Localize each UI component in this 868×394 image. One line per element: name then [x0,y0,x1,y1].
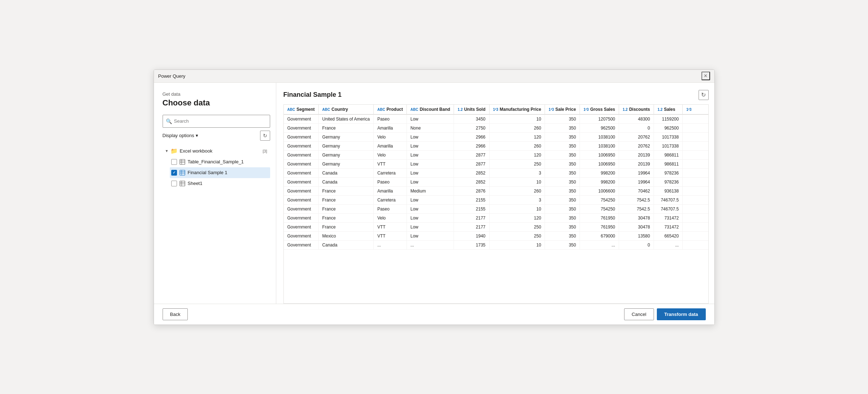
preview-refresh-button[interactable]: ↻ [699,90,709,100]
table-cell: 350 [545,150,580,159]
table-cell: 250 [489,231,545,240]
preview-header: Financial Sample 1 ↻ [283,90,709,100]
tree-label-sheet1: Sheet1 [188,181,269,186]
tree-item-excel-workbook[interactable]: ▼ 📁 Excel workbook [3] [163,146,270,157]
tree-item-table-financial[interactable]: Table_Financial_Sample_1 [170,157,270,167]
table-cell: 70462 [619,186,654,195]
table-row: GovernmentUnited States of AmericaPaseoL… [284,114,709,124]
close-button[interactable]: × [701,72,710,80]
table-cell: 260 [489,186,545,195]
tree-item-financial-sample-1[interactable]: Financial Sample 1 [170,167,270,178]
search-icon: 🔍 [166,118,172,124]
sidebar: Get data Choose data 🔍 Display options ▾… [154,83,276,304]
table-cell: 754250 [580,204,619,213]
table-cell: Germany [318,141,373,150]
table-cell: 761950 [580,222,619,231]
table-cell: 10 [489,204,545,213]
table-cell: 48300 [619,114,654,124]
col-header-mfg-price: 1²3Manufacturing Price [489,105,545,114]
display-options-row: Display options ▾ ↻ [163,131,270,141]
checkbox-sheet1[interactable] [171,181,177,186]
table-cell [682,150,708,159]
table-cell [682,177,708,186]
table-cell: Amarilla [373,141,406,150]
table-cell: Government [284,222,319,231]
table-cell: 10 [489,114,545,124]
table-cell: Government [284,132,319,141]
table-cell: VTT [373,231,406,240]
table-cell: 13580 [619,231,654,240]
table-cell: Low [406,141,454,150]
table-cell: 679000 [580,231,619,240]
cancel-button[interactable]: Cancel [624,308,654,320]
checkbox-financial-sample-1[interactable] [171,170,177,176]
table-cell: 2877 [454,150,489,159]
table-cell: Low [406,231,454,240]
table-icon-financial [179,159,186,165]
table-row: GovernmentCanadaPaseoLow2852103509982001… [284,177,709,186]
table-cell: Low [406,132,454,141]
refresh-preview-icon: ↻ [701,91,706,98]
col-header-discount-band: ABCDiscount Band [406,105,454,114]
power-query-window: Power Query × Get data Choose data 🔍 Dis… [154,69,715,325]
table-cell: 2177 [454,213,489,222]
table-cell: 1940 [454,231,489,240]
table-cell: ... [406,240,454,249]
search-box: 🔍 [163,115,270,128]
table-cell: Government [284,123,319,132]
sidebar-refresh-button[interactable]: ↻ [260,131,270,141]
col-header-units-sold: 1.2Units Sold [454,105,489,114]
footer: Back Cancel Transform data [154,304,714,325]
table-cell: Government [284,231,319,240]
folder-icon: 📁 [171,148,178,154]
table-cell: Low [406,114,454,124]
table-row: GovernmentFranceVTTLow217725035076195030… [284,222,709,231]
table-cell: 350 [545,177,580,186]
svg-rect-4 [180,170,185,175]
table-cell: Velo [373,213,406,222]
table-cell: 761950 [580,213,619,222]
chevron-down-icon: ▾ [196,133,198,138]
back-button[interactable]: Back [163,308,188,320]
table-cell: 936138 [654,186,682,195]
svg-rect-8 [180,181,185,186]
table-cell: 2155 [454,204,489,213]
content-area: Financial Sample 1 ↻ ABCSegment ABCCount… [276,83,714,304]
table-cell: 10 [489,177,545,186]
transform-data-button[interactable]: Transform data [657,308,706,320]
table-row: GovernmentGermanyAmarillaLow296626035010… [284,141,709,150]
table-cell: 986811 [654,150,682,159]
svg-rect-0 [180,159,185,164]
table-cell: Government [284,204,319,213]
table-cell: 2876 [454,186,489,195]
table-cell: 2852 [454,168,489,177]
table-cell: 120 [489,132,545,141]
table-cell: 350 [545,231,580,240]
table-cell: Paseo [373,204,406,213]
table-body: GovernmentUnited States of AmericaPaseoL… [284,114,709,250]
table-cell: 962500 [654,123,682,132]
table-cell: 20762 [619,141,654,150]
table-cell: 250 [489,222,545,231]
table-cell: 350 [545,240,580,249]
checkbox-table-financial[interactable] [171,159,177,165]
table-cell: 7542.5 [619,195,654,204]
data-table-wrapper[interactable]: ABCSegment ABCCountry ABCProduct ABCDisc… [283,104,709,304]
display-options-label: Display options [163,133,194,138]
table-cell: Government [284,213,319,222]
table-cell: ... [580,240,619,249]
search-input[interactable] [174,118,267,124]
tree-item-sheet1[interactable]: Sheet1 [170,178,270,189]
col-header-segment: ABCSegment [284,105,319,114]
table-cell: 731472 [654,213,682,222]
table-cell: 260 [489,141,545,150]
display-options-button[interactable]: Display options ▾ [163,133,198,138]
table-cell: Germany [318,132,373,141]
table-cell [682,213,708,222]
table-row: GovernmentFranceCarreteraLow215533507542… [284,195,709,204]
table-cell: 2177 [454,222,489,231]
table-cell: 2877 [454,159,489,168]
table-cell: 20762 [619,132,654,141]
table-cell: France [318,204,373,213]
table-cell [682,123,708,132]
